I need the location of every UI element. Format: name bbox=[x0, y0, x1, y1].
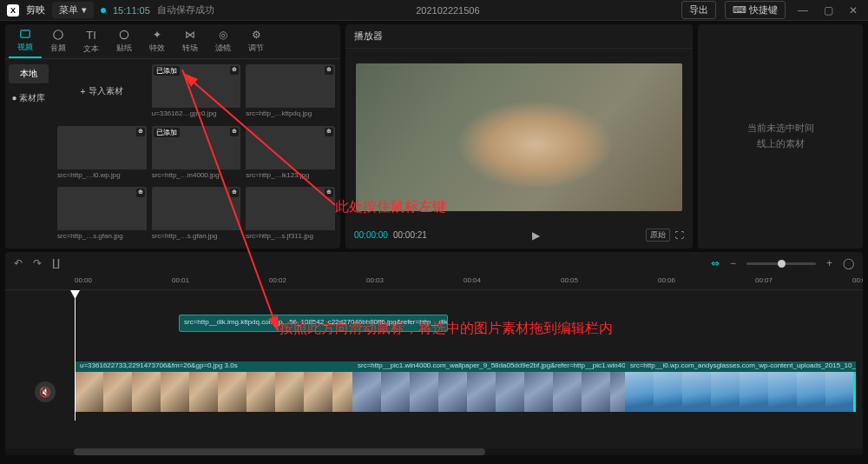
props-placeholder: 线上的素材 bbox=[747, 136, 814, 152]
autosave-time: 15:11:05 bbox=[113, 5, 150, 16]
track-header: 🔇 bbox=[28, 372, 62, 412]
playhead[interactable] bbox=[75, 290, 76, 421]
video-track[interactable] bbox=[75, 372, 856, 412]
media-thumb[interactable]: ⊕src=http_…s.gfan.jpg bbox=[152, 187, 241, 243]
tab-adjust[interactable]: ⚙调节 bbox=[240, 24, 273, 58]
undo-button[interactable]: ↶ bbox=[14, 257, 23, 269]
tab-video[interactable]: 视频 bbox=[9, 24, 42, 58]
plus-icon: + bbox=[80, 87, 85, 96]
pill-library[interactable]: ● 素材库 bbox=[9, 89, 49, 108]
project-title: 202102221506 bbox=[214, 5, 681, 16]
tab-text[interactable]: TI文本 bbox=[75, 24, 108, 58]
tab-audio[interactable]: 音频 bbox=[42, 24, 75, 58]
timeline-clip[interactable] bbox=[75, 372, 352, 412]
timeline: 00:00 00:01 00:02 00:03 00:04 00:05 00:0… bbox=[5, 275, 863, 455]
close-button[interactable]: ✕ bbox=[845, 4, 861, 17]
timeline-clip[interactable] bbox=[625, 372, 856, 412]
svg-point-2 bbox=[120, 30, 128, 38]
app-name: 剪映 bbox=[26, 3, 45, 17]
video-preview[interactable] bbox=[356, 63, 682, 211]
player-panel: 播放器 00:00:00 00:00:21 ▶ 原始 ⛶ bbox=[345, 24, 693, 249]
tab-transition[interactable]: ⋈转场 bbox=[174, 24, 207, 58]
props-placeholder: 当前未选中时间 bbox=[747, 121, 814, 136]
zoom-fit-button[interactable]: ◯ bbox=[843, 257, 854, 269]
chevron-down-icon: ▾ bbox=[82, 4, 87, 16]
keyboard-icon: ⌨ bbox=[733, 4, 746, 15]
media-grid: + 导入素材 已添加⊕u=336162…gp=0.jpg ⊕src=http_…… bbox=[52, 59, 340, 249]
media-thumb[interactable]: ⊕src=http_…s.jf311.jpg bbox=[246, 187, 335, 243]
media-thumb[interactable]: ⊕src=http_…i0.wp.jpg bbox=[57, 126, 147, 182]
svg-rect-0 bbox=[21, 30, 30, 37]
timeline-scrollbar[interactable] bbox=[5, 448, 863, 455]
clip-label: u=3361622733,2291473706&fm=26&gp=0.jpg 3… bbox=[75, 361, 352, 372]
autosave-dot-icon bbox=[101, 8, 106, 13]
pill-local[interactable]: 本地 bbox=[9, 64, 49, 83]
zoom-slider[interactable] bbox=[746, 262, 816, 265]
media-panel: 视频 音频 TI文本 贴纸 ✦特效 ⋈转场 ◎滤镜 ⚙调节 本地 ● 素材库 +… bbox=[5, 24, 340, 249]
media-thumb[interactable]: 已添加⊕src=http_…in4000.jpg bbox=[152, 126, 241, 182]
current-time: 00:00:00 bbox=[354, 230, 388, 240]
play-button[interactable]: ▶ bbox=[432, 229, 641, 242]
shortcut-button[interactable]: ⌨ 快捷键 bbox=[725, 1, 786, 19]
redo-button[interactable]: ↷ bbox=[33, 257, 42, 269]
zoom-out-button[interactable]: − bbox=[730, 257, 736, 269]
media-tabs: 视频 音频 TI文本 贴纸 ✦特效 ⋈转场 ◎滤镜 ⚙调节 bbox=[5, 24, 340, 59]
media-thumb[interactable]: 已添加⊕u=336162…gp=0.jpg bbox=[152, 64, 241, 121]
split-button[interactable]: ∐ bbox=[52, 257, 60, 269]
ratio-button[interactable]: 原始 bbox=[646, 229, 670, 242]
media-thumb[interactable]: ⊕src=http_…ik123.jpg bbox=[246, 126, 335, 182]
zoom-in-button[interactable]: + bbox=[826, 257, 832, 269]
dragging-clip[interactable]: src=http__dik.img.kttpdq.com_p…56_108542… bbox=[179, 315, 448, 332]
import-media-button[interactable]: + 导入素材 bbox=[57, 64, 147, 118]
snap-button[interactable]: ⇔ bbox=[711, 257, 720, 269]
mute-track-button[interactable]: 🔇 bbox=[35, 381, 56, 402]
maximize-button[interactable]: ▢ bbox=[820, 4, 837, 17]
export-button[interactable]: 导出 bbox=[681, 1, 716, 19]
tab-sticker[interactable]: 贴纸 bbox=[108, 24, 141, 58]
menu-dropdown[interactable]: 菜单 ▾ bbox=[52, 2, 94, 18]
player-title: 播放器 bbox=[345, 24, 693, 49]
clip-label: src=http__i0.wp.com_andysglasses.com_wp-… bbox=[625, 361, 856, 372]
timeline-toolbar: ↶ ↷ ∐ ⇔ − + ◯ bbox=[5, 252, 863, 275]
tab-effect[interactable]: ✦特效 bbox=[141, 24, 174, 58]
fullscreen-icon[interactable]: ⛶ bbox=[675, 230, 684, 240]
clip-label: src=http__pic1.win4000.com_wallpaper_9_5… bbox=[352, 361, 625, 372]
autosave-text: 自动保存成功 bbox=[157, 3, 214, 17]
tab-filter[interactable]: ◎滤镜 bbox=[207, 24, 240, 58]
properties-panel: 当前未选中时间 线上的素材 bbox=[698, 24, 863, 249]
timeline-clip[interactable] bbox=[352, 372, 625, 412]
minimize-button[interactable]: ― bbox=[794, 4, 812, 17]
media-thumb[interactable]: ⊕src=http_…s.gfan.jpg bbox=[57, 187, 147, 243]
app-logo: X bbox=[7, 4, 19, 17]
titlebar: X 剪映 菜单 ▾ 15:11:05 自动保存成功 202102221506 导… bbox=[0, 0, 868, 21]
total-time: 00:00:21 bbox=[393, 230, 427, 240]
svg-point-1 bbox=[54, 30, 63, 40]
media-thumb[interactable]: ⊕src=http_…kttpdq.jpg bbox=[246, 64, 335, 121]
time-ruler[interactable]: 00:00 00:01 00:02 00:03 00:04 00:05 00:0… bbox=[5, 275, 863, 290]
